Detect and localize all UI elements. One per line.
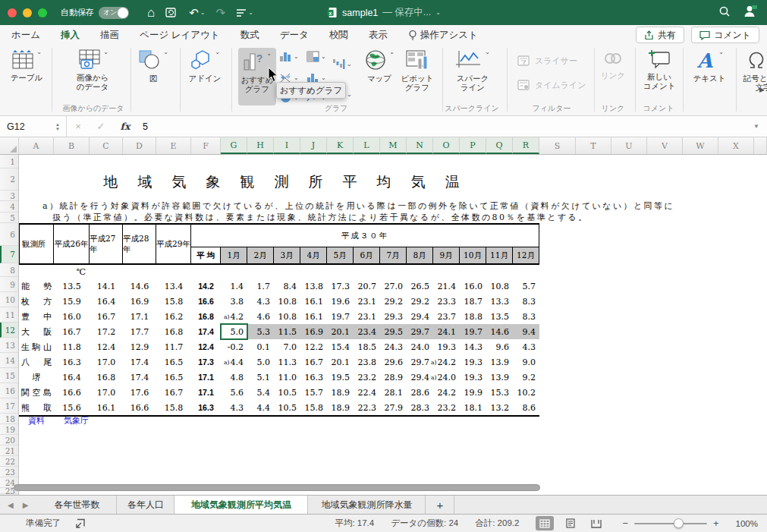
cell-month[interactable]: 23.1 bbox=[354, 309, 380, 324]
shapes-button[interactable]: ⌄ 図 bbox=[134, 49, 173, 83]
cell-month[interactable]: 19.3 bbox=[460, 354, 486, 370]
redo-button[interactable]: ↷ bbox=[216, 6, 226, 20]
column-header-W[interactable]: W bbox=[683, 137, 718, 154]
cell-year[interactable]: 16.6 bbox=[54, 385, 90, 400]
cell-month[interactable]: 26.5 bbox=[407, 279, 433, 294]
cell-month[interactable]: 20.1 bbox=[327, 354, 354, 370]
cell-month[interactable]: 18.8 bbox=[460, 309, 486, 324]
cell-year[interactable]: 17.4 bbox=[123, 370, 156, 385]
cell-month[interactable]: 23.2 bbox=[433, 400, 460, 415]
formula-input[interactable]: 5 bbox=[143, 121, 148, 132]
tab-数式[interactable]: 数式 bbox=[240, 29, 259, 42]
header-average[interactable]: 平 均 bbox=[191, 247, 221, 265]
cell-year[interactable]: 12.9 bbox=[123, 339, 156, 354]
cell-month[interactable]: 23.3 bbox=[433, 294, 460, 309]
account-icon[interactable] bbox=[743, 5, 758, 20]
quick-actions-icon[interactable]: ⌄ bbox=[236, 8, 253, 17]
cell-year[interactable]: 16.5 bbox=[156, 370, 191, 385]
column-header-K[interactable]: K bbox=[327, 137, 354, 154]
sheet-nav-left-icon[interactable]: ◀ bbox=[8, 501, 14, 509]
normal-view-button[interactable] bbox=[536, 516, 554, 530]
cell-month[interactable]: 15.8 bbox=[300, 400, 327, 415]
cell-month[interactable]: 10.2 bbox=[513, 385, 539, 400]
cell-year[interactable]: 16.1 bbox=[90, 400, 123, 415]
cell-month[interactable]: 1.4 bbox=[221, 279, 247, 294]
slicer-button[interactable]: スライサー bbox=[517, 55, 577, 67]
zoom-level[interactable]: 100% bbox=[736, 519, 758, 528]
column-header-M[interactable]: M bbox=[380, 137, 407, 154]
cell-average[interactable]: 17.4 bbox=[191, 324, 221, 339]
cell-year[interactable]: 15.9 bbox=[54, 294, 90, 309]
cell-month[interactable]: 14.3 bbox=[460, 339, 486, 354]
home-icon[interactable]: ⌂ bbox=[147, 5, 155, 20]
row-header-21[interactable]: 21 bbox=[0, 445, 18, 456]
cell-month[interactable]: 11.0 bbox=[274, 370, 300, 385]
cell-month[interactable]: 4.3 bbox=[221, 400, 247, 415]
header-heisei30[interactable]: 平成３０年 bbox=[191, 225, 539, 247]
cell-year[interactable]: 17.0 bbox=[90, 385, 123, 400]
cell-month[interactable]: 11.5 bbox=[274, 324, 300, 339]
sparkline-button[interactable]: ⌄ スパーク ライン bbox=[451, 49, 495, 92]
cell-month[interactable]: 23.7 bbox=[433, 309, 460, 324]
column-header-L[interactable]: L bbox=[354, 137, 380, 154]
cell-month[interactable]: 24.1 bbox=[433, 324, 460, 339]
cell-month[interactable]: 18.5 bbox=[354, 339, 380, 354]
cell-year[interactable]: 17.2 bbox=[90, 324, 123, 339]
row-header-18[interactable]: 18 bbox=[0, 414, 18, 424]
cell-month[interactable]: 29.3 bbox=[380, 309, 407, 324]
cell-month[interactable]: 4.4 bbox=[247, 400, 274, 415]
row-header-14[interactable]: 14 bbox=[0, 353, 18, 368]
status-sum[interactable]: 合計: 209.2 bbox=[475, 518, 519, 529]
tab-校閲[interactable]: 校閲 bbox=[329, 29, 348, 42]
table-button[interactable]: ⌄ テーブル bbox=[5, 49, 49, 82]
cell-month[interactable]: 20.1 bbox=[327, 324, 354, 339]
row-header-20[interactable]: 20 bbox=[0, 435, 18, 445]
column-header-I[interactable]: I bbox=[274, 137, 300, 154]
cell-month[interactable]: 8.6 bbox=[513, 400, 539, 415]
header-year-1[interactable]: 平成26年 bbox=[54, 225, 90, 265]
cell-month[interactable]: a)4.4 bbox=[221, 354, 247, 370]
cell-year[interactable]: 16.2 bbox=[156, 309, 191, 324]
header-month-1[interactable]: 1月 bbox=[221, 247, 247, 265]
cell-month[interactable]: a)4.2 bbox=[221, 309, 247, 324]
cell-month[interactable]: 19.3 bbox=[433, 339, 460, 354]
cell-month[interactable]: 19.7 bbox=[460, 324, 486, 339]
timeline-button[interactable]: タイムライン bbox=[517, 80, 586, 91]
zoom-slider[interactable] bbox=[634, 523, 707, 524]
column-header-P[interactable]: P bbox=[460, 137, 486, 154]
cell-year[interactable]: 16.7 bbox=[54, 324, 90, 339]
cell-month[interactable]: 5.6 bbox=[221, 385, 247, 400]
row-header-7[interactable]: 7 bbox=[0, 246, 18, 263]
cell-year[interactable]: 17.6 bbox=[123, 385, 156, 400]
ribbon-overflow-icon[interactable]: ▶ bbox=[759, 86, 765, 93]
header-month-8[interactable]: 8月 bbox=[407, 247, 433, 265]
cell-year[interactable]: 14.6 bbox=[123, 279, 156, 294]
autosave-toggle[interactable]: オン bbox=[99, 7, 129, 19]
cell-month[interactable]: -0.2 bbox=[221, 339, 247, 354]
cell-month[interactable]: 10.8 bbox=[274, 309, 300, 324]
tab-ホーム[interactable]: ホーム bbox=[11, 29, 40, 42]
pivot-chart-button[interactable]: ピボット グラフ bbox=[396, 49, 439, 92]
cell-month[interactable]: 13.8 bbox=[300, 279, 327, 294]
undo-button[interactable]: ↶⌄ bbox=[189, 6, 205, 20]
cell-month[interactable]: 28.3 bbox=[407, 400, 433, 415]
select-all-corner[interactable] bbox=[0, 137, 19, 154]
cell-month[interactable]: 8.3 bbox=[513, 294, 539, 309]
column-header-D[interactable]: D bbox=[123, 137, 156, 154]
horizontal-scrollbar[interactable] bbox=[14, 484, 540, 491]
cell-year[interactable]: 17.0 bbox=[90, 354, 123, 370]
close-button[interactable] bbox=[8, 8, 17, 17]
cell-year[interactable]: 16.4 bbox=[90, 294, 123, 309]
cell-year[interactable]: 15.8 bbox=[156, 400, 191, 415]
cell-month[interactable]: 8.3 bbox=[513, 309, 539, 324]
save-sync-icon[interactable] bbox=[165, 7, 178, 18]
recommended-charts-button[interactable]: ? ⌄ おすすめ グラフ bbox=[238, 48, 276, 105]
cell-year[interactable]: 15.6 bbox=[54, 400, 90, 415]
enter-icon[interactable]: ✓ bbox=[90, 121, 112, 132]
cell-month[interactable]: a)24.0 bbox=[433, 370, 460, 385]
fullscreen-button[interactable] bbox=[38, 8, 47, 17]
column-header-J[interactable]: J bbox=[300, 137, 327, 154]
search-icon[interactable] bbox=[718, 5, 731, 20]
row-header-5[interactable]: 5 bbox=[0, 212, 18, 223]
cell-year[interactable]: 13.5 bbox=[54, 279, 90, 294]
